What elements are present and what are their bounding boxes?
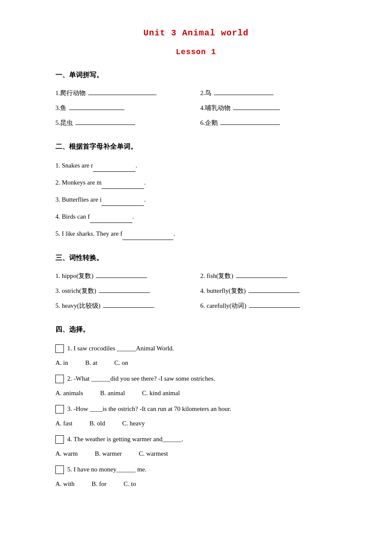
q3-option-a[interactable]: A. fast xyxy=(55,418,72,429)
q4-bracket[interactable] xyxy=(55,435,64,444)
wf-item-3: 3. ostrich(复数) xyxy=(55,285,192,297)
wf-item-2: 2. fish(复数) xyxy=(200,270,337,282)
s2-item-4: 4. Birds can f. xyxy=(55,210,337,223)
q1-option-c[interactable]: C. on xyxy=(114,357,128,369)
q4-options: A. warm B. warmer C. warmest xyxy=(55,448,337,460)
section-first-letter: 二、根据首字母补全单词。 1. Snakes are r. 2. Monkeys… xyxy=(55,141,337,240)
q2-bracket[interactable] xyxy=(55,375,64,383)
q4-option-a[interactable]: A. warm xyxy=(55,448,78,460)
q2-options: A. animals B. animal C. kind animal xyxy=(55,387,337,399)
s2-item-3: 3. Butterflies are i. xyxy=(55,193,337,206)
q5-options: A. with B. for C. to xyxy=(55,478,337,490)
section4-header: 四、选择。 xyxy=(55,324,337,336)
section1-header: 一、单词拼写。 xyxy=(55,69,337,81)
q3-text: 3. -How ____is the ostrich? -It can run … xyxy=(55,402,337,415)
spelling-item-4: 4.哺乳动物 xyxy=(200,102,337,114)
q4-option-b[interactable]: B. warmer xyxy=(95,448,122,460)
s2-item-5: 5. I like sharks. They are f. xyxy=(55,227,337,240)
section-word-form: 三、词性转换。 1. hippo(复数) 2. fish(复数) 3. ostr… xyxy=(55,252,337,312)
q3-option-b[interactable]: B. old xyxy=(89,418,105,429)
q1-option-a[interactable]: A. in xyxy=(55,357,68,369)
q5-option-c[interactable]: C. to xyxy=(124,478,136,490)
q2-option-b[interactable]: B. animal xyxy=(100,387,125,399)
wf-item-5: 5. heavy(比较级) xyxy=(55,300,192,312)
spelling-item-5: 5.昆虫 xyxy=(55,117,192,129)
wf-item-4: 4. butterfly(复数) xyxy=(200,285,337,297)
wf-item-6: 6. carefully(动词) xyxy=(200,300,337,312)
spelling-item-1: 1.爬行动物 xyxy=(55,87,192,99)
q5-option-a[interactable]: A. with xyxy=(55,478,75,490)
q4-option-c[interactable]: C. warmest xyxy=(139,448,168,460)
q2-option-a[interactable]: A. animals xyxy=(55,387,83,399)
spelling-item-2: 2.鸟 xyxy=(200,87,337,99)
q3-bracket[interactable] xyxy=(55,405,64,413)
section2-header: 二、根据首字母补全单词。 xyxy=(55,141,337,153)
s2-item-2: 2. Monkeys are m. xyxy=(55,176,337,189)
q1-options: A. in B. at C. on xyxy=(55,357,337,369)
q1-text: 1. I saw crocodiles ______Animal World. xyxy=(55,342,337,355)
word-form-grid: 1. hippo(复数) 2. fish(复数) 3. ostrich(复数) … xyxy=(55,270,337,312)
spelling-grid: 1.爬行动物 2.鸟 3.鱼 4.哺乳动物 5.昆虫 6.企鹅 xyxy=(55,87,337,129)
q5-bracket[interactable] xyxy=(55,465,64,474)
q5-option-b[interactable]: B. for xyxy=(92,478,107,490)
q5-text: 5. I have no money______ me. xyxy=(55,463,337,476)
q4-text: 4. The weather is getting warmer and____… xyxy=(55,433,337,445)
lesson-title: Lesson 1 xyxy=(55,45,337,59)
q1-bracket[interactable] xyxy=(55,344,64,353)
q2-option-c[interactable]: C. kind animal xyxy=(142,387,180,399)
page-title: Unit 3 Animal world xyxy=(55,26,337,41)
q3-options: A. fast B. old C. heavy xyxy=(55,418,337,429)
spelling-item-6: 6.企鹅 xyxy=(200,117,337,129)
q1-option-b[interactable]: B. at xyxy=(85,357,97,369)
wf-item-1: 1. hippo(复数) xyxy=(55,270,192,282)
section-choice: 四、选择。 1. I saw crocodiles ______Animal W… xyxy=(55,324,337,490)
page-number: 1 xyxy=(278,553,281,555)
section-spelling: 一、单词拼写。 1.爬行动物 2.鸟 3.鱼 4.哺乳动物 5.昆虫 6.企鹅 xyxy=(55,69,337,129)
q3-option-c[interactable]: C. heavy xyxy=(122,418,145,429)
s2-item-1: 1. Snakes are r. xyxy=(55,159,337,172)
q2-text: 2. -What ______did you see there? -I saw… xyxy=(55,372,337,385)
spelling-item-3: 3.鱼 xyxy=(55,102,192,114)
section3-header: 三、词性转换。 xyxy=(55,252,337,264)
